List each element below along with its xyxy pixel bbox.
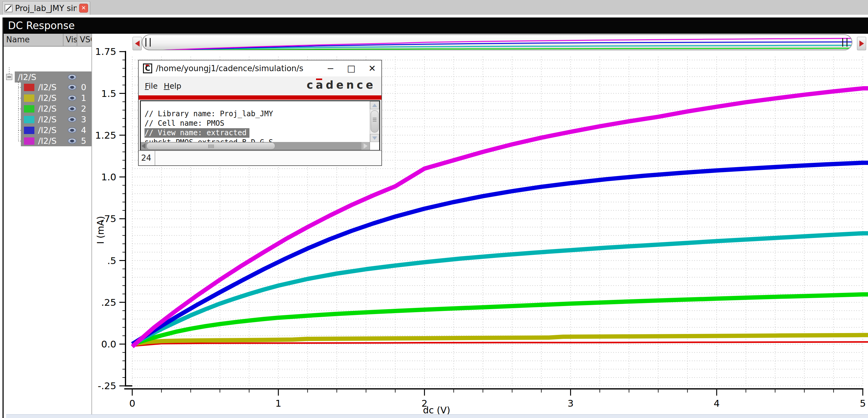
netlist-content: // Library name: Proj_lab_JMY// Cell nam… [140,100,380,151]
thumb-grip-right[interactable] [842,38,847,46]
left-arrow-icon [135,40,140,46]
minimize-button[interactable]: − [327,63,334,74]
svg-text:dc (V): dc (V) [423,405,450,415]
overview-scrollbar-thumb[interactable] [142,34,852,50]
window-bottom-strip [6,414,868,418]
hscroll-thumb[interactable] [146,142,275,150]
maximize-button[interactable]: □ [347,63,355,74]
curve-vsg-0[interactable] [132,342,868,346]
visibility-eye-icon[interactable] [67,127,77,133]
trace-panel: /I2/S /I2/S0/I2/S1/I2/S2/I2/S3/I2/S4/I2/… [4,34,92,415]
trace-row[interactable]: /I2/S3 [21,114,91,125]
status-divider [155,151,155,165]
vertical-scrollbar[interactable] [370,101,379,142]
trace-row[interactable]: /I2/S0 [21,82,91,93]
svg-text:1.0: 1.0 [101,171,116,183]
right-arrow-icon [860,40,864,46]
menu-file[interactable]: File [145,82,158,91]
dc-response-window: DC Response /I2/S /I2/S0/I2/S1/I2/S2/I2/… [2,18,868,418]
trace-name-label: /I2/S [38,136,57,146]
scroll-down-button[interactable] [370,134,379,142]
scroll-left-arrow-icon[interactable] [142,143,146,149]
svg-text:3: 3 [568,398,574,409]
trace-name-label: /I2/S [38,83,57,92]
trace-name-label: /I2/S [38,115,57,124]
trace-color-swatch [24,116,34,123]
tab-bar: Proj_lab_JMY sim_PMOS schematic ✕ [0,0,868,15]
trace-tree: /I2/S /I2/S0/I2/S1/I2/S2/I2/S3/I2/S4/I2/… [4,34,91,415]
tab-proj-lab-jmy[interactable]: Proj_lab_JMY sim_PMOS schematic ✕ [2,1,90,15]
horizontal-scrollbar[interactable] [141,142,370,150]
svg-text:5: 5 [860,398,866,409]
visibility-eye-icon[interactable] [67,74,77,81]
trace-row[interactable]: /I2/S4 [21,125,91,135]
close-button[interactable]: ✕ [369,63,376,74]
svg-text:.25: .25 [101,297,116,308]
svg-text:I (mA): I (mA) [95,216,106,244]
trace-color-swatch [24,127,34,134]
dialog-titlebar[interactable]: C /home/youngj1/cadence/simulation/sim_.… [139,60,381,77]
vsg-value: 5 [81,136,86,146]
netlist-dialog: C /home/youngj1/cadence/simulation/sim_.… [138,60,382,166]
panel-header: Name Vis VSG [4,34,91,46]
trace-color-swatch [24,94,34,102]
window-title: DC Response [4,18,868,34]
vsg-value: 2 [81,104,86,114]
trace-color-swatch [24,84,34,91]
right-arrow-icon [364,143,368,149]
trace-group-row[interactable]: /I2/S [15,71,91,83]
netlist-text[interactable]: // Library name: Proj_lab_JMY// Cell nam… [141,101,370,142]
overview-scroll-left-button[interactable] [132,37,142,50]
trace-name-label: /I2/S [38,125,57,135]
curve-vsg-3[interactable] [132,233,868,344]
status-value: 24 [141,153,151,163]
trace-color-swatch [24,105,34,112]
netlist-line-selected[interactable]: // View name: extracted [145,128,249,138]
trace-row[interactable]: /I2/S2 [21,103,91,114]
visibility-eye-icon[interactable] [67,138,77,144]
netlist-line[interactable]: // Cell name: PMOS [145,119,370,128]
trace-name-label: /I2/S [38,93,57,103]
vsg-value: 3 [81,115,86,124]
dialog-window-buttons: −□✕ [327,60,376,76]
vscroll-thumb[interactable] [371,110,379,132]
column-header-vis[interactable]: Vis [63,34,78,46]
svg-text:0: 0 [129,398,135,409]
trace-row[interactable]: /I2/S1 [21,93,91,103]
overview-scroll-right-button[interactable] [857,37,866,50]
thumb-grip-left[interactable] [146,38,151,46]
application-window: Proj_lab_JMY sim_PMOS schematic ✕ DC Res… [0,0,868,418]
cadence-logo: cadence [307,79,376,91]
visibility-eye-icon[interactable] [67,84,77,91]
column-header-vsg[interactable]: VSG [77,34,91,46]
overview-mini-curves [143,35,852,50]
svg-text:.5: .5 [107,255,116,266]
down-arrow-icon [372,136,377,140]
cadence-app-icon: C [143,63,152,73]
tree-collapse-icon[interactable] [6,74,12,80]
tab-title: Proj_lab_JMY sim_PMOS schematic [15,4,77,13]
dialog-statusbar: 24 [139,150,381,165]
menu-help[interactable]: Help [164,82,181,91]
tab-gap [0,15,868,18]
column-header-name[interactable]: Name [4,34,63,46]
tab-close-icon[interactable]: ✕ [79,4,88,12]
trace-row[interactable]: /I2/S5 [21,135,91,146]
svg-text:0.0: 0.0 [101,339,116,350]
scroll-right-button[interactable] [362,142,369,150]
netlist-line[interactable]: // Library name: Proj_lab_JMY [145,109,370,119]
dialog-title: /home/youngj1/cadence/simulation/sim_... [156,64,303,73]
vsg-value: 1 [81,93,86,103]
schematic-icon [5,4,12,12]
visibility-eye-icon[interactable] [67,95,77,101]
svg-text:-.25: -.25 [98,380,117,391]
svg-text:1.25: 1.25 [95,130,116,141]
visibility-eye-icon[interactable] [67,105,77,112]
up-arrow-icon [372,104,377,107]
netlist-line[interactable]: subckt PMOS_extracted B D G S [145,138,370,142]
visibility-eye-icon[interactable] [67,116,77,123]
trace-name-label: /I2/S [38,104,57,114]
scroll-up-button[interactable] [370,101,379,109]
svg-text:4: 4 [714,398,720,409]
svg-text:1.75: 1.75 [95,46,116,57]
